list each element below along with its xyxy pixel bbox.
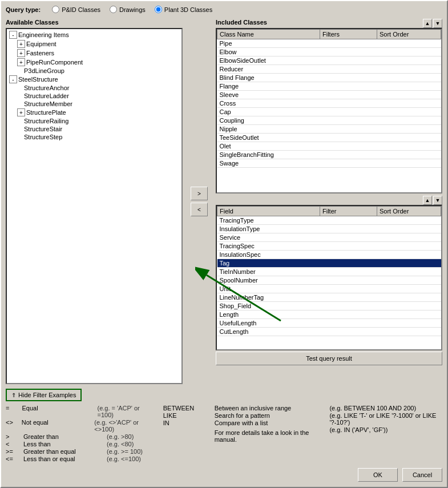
tree-item-structurestep[interactable]: StructureStep	[8, 133, 180, 141]
included-row[interactable]: Coupling	[217, 116, 441, 125]
included-row[interactable]: Nipple	[217, 125, 441, 134]
filter-lte: <= Less than or equal (e.g. <=100)	[6, 455, 152, 462]
included-classes-table[interactable]: Class Name Filters Sort Order PipeElbowE…	[216, 28, 442, 193]
included-row[interactable]: Olet	[217, 142, 441, 151]
basic-filters-col: = Equal (e.g. = 'ACP' or =100) <> Not eq…	[6, 405, 152, 462]
expand-steelstructure[interactable]: -	[9, 75, 17, 83]
filter-between-example: (e.g. BETWEEN 100 AND 200)	[329, 405, 442, 412]
tree-item-fasteners[interactable]: + Fasteners	[8, 49, 180, 58]
field-row[interactable]: Tag	[217, 259, 441, 268]
tree-item-structuremember[interactable]: StructureMember	[8, 100, 180, 108]
middle-buttons: > <	[187, 19, 211, 384]
col-field-sortorder: Sort Order	[377, 207, 441, 216]
cancel-button[interactable]: Cancel	[402, 468, 442, 482]
included-row[interactable]: ElbowSideOutlet	[217, 57, 441, 65]
filter-gte: >= Greater than equal (e.g. >= 100)	[6, 448, 152, 455]
filter-examples: = Equal (e.g. = 'ACP' or =100) <> Not eq…	[6, 405, 442, 462]
filter-in-kw: IN	[163, 420, 203, 426]
tree-item-structurestair[interactable]: StructureStair	[8, 125, 180, 133]
col-filter: Filter	[320, 207, 377, 216]
tree-item-engineering[interactable]: - Engineering Items	[8, 30, 180, 39]
expand-equipment[interactable]: +	[17, 40, 25, 48]
included-row[interactable]: Swage	[217, 159, 441, 168]
field-row[interactable]: Service	[217, 233, 441, 242]
radio-plant3d[interactable]: Plant 3D Classes	[155, 6, 212, 13]
filter-equal: = Equal (e.g. = 'ACP' or =100)	[6, 405, 152, 418]
tree-item-structureanchor[interactable]: StructureAnchor	[8, 84, 180, 92]
filter-lessthan: < Less than (e.g. <80)	[6, 441, 152, 447]
main-content: Available Classes - Engineering Items + …	[6, 19, 442, 384]
included-classes-header: Included Classes ▲ ▼	[216, 19, 442, 28]
included-row[interactable]: Elbow	[217, 48, 441, 57]
expand-fasteners[interactable]: +	[17, 49, 25, 57]
field-row[interactable]: UsefulLength	[217, 319, 441, 328]
included-row[interactable]: Cross	[217, 99, 441, 108]
filter-like-kw: LIKE	[163, 412, 203, 419]
col-filters: Filters	[320, 30, 377, 39]
test-query-button[interactable]: Test query result	[216, 352, 442, 365]
main-dialog: Query type: P&ID Classes Drawings Plant …	[0, 0, 448, 488]
right-section: Included Classes ▲ ▼ Class Name Filters …	[216, 19, 442, 384]
advanced-examples-col: (e.g. BETWEEN 100 AND 200) (e.g. LIKE 'T…	[329, 405, 442, 462]
field-row[interactable]: Unit	[217, 285, 441, 293]
included-row[interactable]: Blind Flange	[217, 74, 441, 82]
left-panel: Available Classes - Engineering Items + …	[6, 19, 183, 384]
field-row[interactable]: TieInNumber	[217, 268, 441, 276]
expand-structureplate[interactable]: +	[17, 108, 25, 116]
included-row[interactable]: SingleBranchFitting	[217, 151, 441, 159]
col-sortorder: Sort Order	[377, 30, 441, 39]
included-row[interactable]: Reducer	[217, 65, 441, 74]
ok-button[interactable]: OK	[358, 468, 398, 482]
field-row[interactable]: LineNumberTag	[217, 293, 441, 302]
filter-like-example: (e.g. LIKE 'T-' or LIKE '?-1000' or LIKE…	[329, 412, 442, 426]
bottom-section: ⇑ Hide Filter Examples = Equal (e.g. = '…	[6, 389, 442, 482]
advanced-filters-col: BETWEEN LIKE IN	[163, 405, 203, 462]
included-row[interactable]: TeeSideOutlet	[217, 134, 441, 142]
included-row[interactable]: Sleeve	[217, 91, 441, 99]
col-field: Field	[217, 207, 320, 216]
advanced-desc-col: Between an inclusive range Search for a …	[215, 405, 318, 462]
field-scroll-up[interactable]: ▲	[423, 196, 432, 205]
radio-drawings[interactable]: Drawings	[110, 6, 146, 13]
field-row[interactable]: SpoolNumber	[217, 276, 441, 285]
field-row[interactable]: Length	[217, 310, 441, 319]
field-row[interactable]: InsulationType	[217, 225, 441, 233]
filter-note: For more details take a look in the manu…	[215, 429, 318, 443]
included-row[interactable]: Pipe	[217, 39, 441, 48]
tree-item-structureplate[interactable]: + StructurePlate	[8, 108, 180, 117]
included-row[interactable]: Flange	[217, 82, 441, 91]
filter-notequal: <> Not equal (e.g. <>'ACP' or <>100)	[6, 419, 152, 433]
included-classes-nav: ▲ ▼	[423, 19, 442, 28]
field-row[interactable]: InsulationSpec	[217, 251, 441, 259]
tree-item-structureladder[interactable]: StructureLadder	[8, 92, 180, 100]
filter-between-desc: Between an inclusive range	[215, 405, 318, 412]
expand-engineering[interactable]: -	[9, 31, 17, 39]
field-table-header: ▲ ▼	[216, 196, 442, 205]
included-row[interactable]: Cap	[217, 108, 441, 116]
tree-item-p3dlinegroup[interactable]: P3dLineGroup	[8, 67, 180, 75]
available-classes-tree[interactable]: - Engineering Items + Equipment + Fasten…	[6, 28, 183, 384]
included-scroll-up[interactable]: ▲	[423, 19, 432, 28]
add-class-button[interactable]: >	[191, 187, 208, 200]
included-classes-section: Included Classes ▲ ▼ Class Name Filters …	[216, 19, 442, 193]
collapse-icon: ⇑	[11, 392, 16, 398]
included-classes-title: Included Classes	[216, 19, 267, 26]
tree-item-piperuncomponent[interactable]: + PipeRunComponent	[8, 58, 180, 67]
tree-item-equipment[interactable]: + Equipment	[8, 39, 180, 49]
field-scroll-down[interactable]: ▼	[433, 196, 442, 205]
field-table[interactable]: Field Filter Sort Order TracingTypeInsul…	[216, 205, 442, 350]
remove-class-button[interactable]: <	[191, 203, 208, 216]
available-classes-title: Available Classes	[6, 19, 183, 26]
query-type-label: Query type:	[6, 6, 41, 13]
expand-piperuncomponent[interactable]: +	[17, 58, 25, 66]
tree-item-steelstructure[interactable]: - SteelStructure	[8, 75, 180, 84]
hide-filter-button[interactable]: ⇑ Hide Filter Examples	[6, 389, 82, 401]
field-row[interactable]: CutLength	[217, 328, 441, 336]
tree-item-structurerailing[interactable]: StructureRailing	[8, 117, 180, 125]
field-row[interactable]: TracingSpec	[217, 242, 441, 251]
filter-between-kw: BETWEEN	[163, 405, 203, 412]
field-row[interactable]: TracingType	[217, 216, 441, 225]
radio-pid[interactable]: P&ID Classes	[52, 6, 100, 13]
field-row[interactable]: Shop_Field	[217, 302, 441, 310]
included-scroll-down[interactable]: ▼	[433, 19, 442, 28]
